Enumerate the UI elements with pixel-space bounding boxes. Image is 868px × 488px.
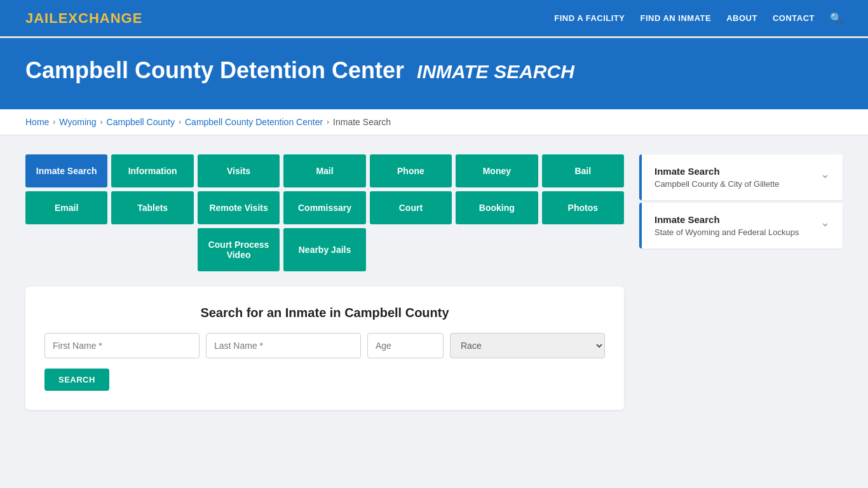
hero-banner: Campbell County Detention Center INMATE … bbox=[0, 38, 868, 109]
content-left: Inmate Search Information Visits Mail Ph… bbox=[25, 154, 624, 410]
logo-jail: JAIL bbox=[25, 10, 58, 26]
tab-row-1: Inmate Search Information Visits Mail Ph… bbox=[25, 154, 624, 187]
tab-remote-visits[interactable]: Remote Visits bbox=[198, 191, 280, 224]
nav-about[interactable]: ABOUT bbox=[726, 13, 757, 23]
race-select[interactable]: Race White Black Hispanic Asian Native A… bbox=[450, 333, 605, 358]
tab-money[interactable]: Money bbox=[456, 154, 538, 187]
nav-contact[interactable]: CONTACT bbox=[773, 13, 815, 23]
main-nav: FIND A FACILITY FIND AN INMATE ABOUT CON… bbox=[554, 12, 843, 24]
breadcrumb-sep-1: › bbox=[53, 118, 55, 126]
site-header: JAILEXCHANGE FIND A FACILITY FIND AN INM… bbox=[0, 0, 868, 38]
tab-email[interactable]: Email bbox=[25, 191, 107, 224]
tab-empty-4 bbox=[456, 228, 538, 271]
first-name-input[interactable] bbox=[44, 333, 200, 358]
sidebar-item-text-1: Inmate Search Campbell County & City of … bbox=[654, 166, 780, 189]
chevron-down-icon-1: ⌄ bbox=[820, 167, 830, 181]
tab-empty-2 bbox=[111, 228, 193, 271]
main-wrapper: Inmate Search Information Visits Mail Ph… bbox=[0, 135, 868, 429]
tab-photos[interactable]: Photos bbox=[542, 191, 624, 224]
tab-booking[interactable]: Booking bbox=[456, 191, 538, 224]
tab-mail[interactable]: Mail bbox=[283, 154, 365, 187]
sidebar-item-subtitle-2: State of Wyoming and Federal Lockups bbox=[654, 227, 799, 237]
search-icon[interactable]: 🔍 bbox=[830, 12, 843, 24]
form-row-inputs: Race White Black Hispanic Asian Native A… bbox=[44, 333, 605, 358]
age-input[interactable] bbox=[367, 333, 444, 358]
breadcrumb-detention-center[interactable]: Campbell County Detention Center bbox=[185, 117, 323, 127]
sidebar-item-title-2: Inmate Search bbox=[654, 214, 799, 225]
tab-empty-3 bbox=[370, 228, 452, 271]
tab-bail[interactable]: Bail bbox=[542, 154, 624, 187]
sidebar-item-campbell-county[interactable]: Inmate Search Campbell County & City of … bbox=[639, 154, 843, 200]
last-name-input[interactable] bbox=[206, 333, 361, 358]
breadcrumb-sep-4: › bbox=[327, 118, 329, 126]
tab-empty-1 bbox=[25, 228, 107, 271]
breadcrumb-sep-3: › bbox=[179, 118, 181, 126]
page-title: Campbell County Detention Center INMATE … bbox=[25, 57, 843, 84]
sidebar-item-wyoming-federal[interactable]: Inmate Search State of Wyoming and Feder… bbox=[639, 203, 843, 248]
tab-commissary[interactable]: Commissary bbox=[283, 191, 365, 224]
tab-row-3: Court Process Video Nearby Jails bbox=[25, 228, 624, 271]
sidebar: Inmate Search Campbell County & City of … bbox=[639, 154, 843, 251]
hero-title-em: INMATE SEARCH bbox=[417, 61, 574, 82]
tab-tablets[interactable]: Tablets bbox=[111, 191, 193, 224]
sidebar-item-text-2: Inmate Search State of Wyoming and Feder… bbox=[654, 214, 799, 237]
tab-visits[interactable]: Visits bbox=[198, 154, 280, 187]
breadcrumb-wyoming[interactable]: Wyoming bbox=[59, 117, 96, 127]
tab-information[interactable]: Information bbox=[111, 154, 193, 187]
tab-nearby-jails[interactable]: Nearby Jails bbox=[283, 228, 365, 271]
search-form-title: Search for an Inmate in Campbell County bbox=[44, 306, 605, 320]
chevron-down-icon-2: ⌄ bbox=[820, 215, 830, 229]
tab-court[interactable]: Court bbox=[370, 191, 452, 224]
logo-exchange-highlight: EXCHANGE bbox=[58, 10, 143, 26]
tab-court-process-video[interactable]: Court Process Video bbox=[198, 228, 280, 271]
nav-find-inmate[interactable]: FIND AN INMATE bbox=[640, 13, 711, 23]
hero-title-main: Campbell County Detention Center bbox=[25, 57, 404, 83]
breadcrumb-current: Inmate Search bbox=[333, 117, 391, 127]
site-logo[interactable]: JAILEXCHANGE bbox=[25, 10, 142, 27]
tab-empty-5 bbox=[542, 228, 624, 271]
breadcrumb: Home › Wyoming › Campbell County › Campb… bbox=[25, 117, 843, 127]
sidebar-item-title-1: Inmate Search bbox=[654, 166, 780, 177]
breadcrumb-home[interactable]: Home bbox=[25, 117, 49, 127]
tab-inmate-search[interactable]: Inmate Search bbox=[25, 154, 107, 187]
breadcrumb-campbell-county[interactable]: Campbell County bbox=[107, 117, 175, 127]
tab-phone[interactable]: Phone bbox=[370, 154, 452, 187]
breadcrumb-bar: Home › Wyoming › Campbell County › Campb… bbox=[0, 109, 868, 135]
search-button[interactable]: SEARCH bbox=[44, 369, 109, 391]
nav-find-facility[interactable]: FIND A FACILITY bbox=[554, 13, 625, 23]
sidebar-item-subtitle-1: Campbell County & City of Gillette bbox=[654, 179, 780, 189]
tab-row-2: Email Tablets Remote Visits Commissary C… bbox=[25, 191, 624, 224]
search-form-container: Search for an Inmate in Campbell County … bbox=[25, 287, 624, 410]
breadcrumb-sep-2: › bbox=[100, 118, 103, 126]
